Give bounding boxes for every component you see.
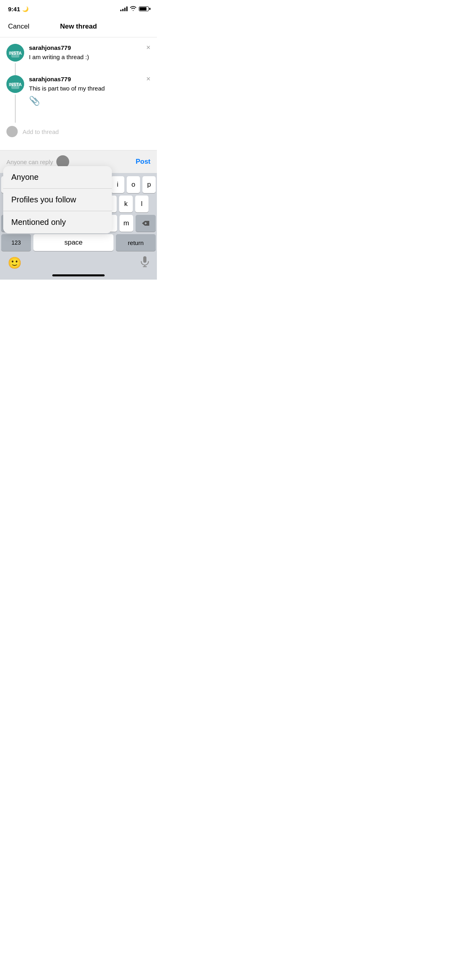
screen: 9:41 🌙 Cancel New thread	[0, 0, 157, 280]
key-l[interactable]: l	[135, 196, 148, 212]
key-m[interactable]: m	[119, 215, 133, 232]
keyboard-row-4: 123 space return	[1, 234, 156, 251]
cancel-button[interactable]: Cancel	[8, 23, 29, 31]
wifi-icon	[130, 6, 136, 12]
key-numbers[interactable]: 123	[1, 234, 31, 251]
keyboard-bottom: 🙂	[1, 253, 156, 271]
post1-username: sarahjonas779	[29, 44, 71, 51]
status-icons	[120, 6, 149, 12]
moon-icon: 🌙	[22, 6, 29, 12]
thread-post-1: INSTA sarahjonas779 × I am writing a thr…	[0, 44, 157, 75]
post1-close-button[interactable]: ×	[146, 44, 150, 51]
emoji-icon[interactable]: 🙂	[8, 256, 22, 270]
home-bar	[52, 274, 105, 276]
post1-left: INSTA	[6, 44, 24, 75]
dropdown-menu: Anyone Profiles you follow Mentioned onl…	[3, 166, 112, 233]
thread-area: INSTA sarahjonas779 × I am writing a thr…	[0, 37, 157, 150]
home-indicator	[1, 271, 156, 278]
avatar-2: INSTA	[6, 75, 24, 93]
dropdown-item-profiles-follow[interactable]: Profiles you follow	[3, 189, 112, 211]
page-title: New thread	[60, 23, 97, 31]
thread-line-2	[15, 95, 16, 123]
avatar-small	[6, 126, 18, 137]
key-delete[interactable]	[136, 215, 156, 232]
dropdown-item-mentioned-only[interactable]: Mentioned only	[3, 211, 112, 233]
post2-close-button[interactable]: ×	[146, 75, 150, 82]
post-button[interactable]: Post	[136, 158, 150, 166]
post2-right: sarahjonas779 × This is part two of my t…	[29, 75, 150, 123]
key-p[interactable]: p	[142, 176, 156, 193]
key-o[interactable]: o	[127, 176, 140, 193]
post2-left: INSTA	[6, 75, 24, 123]
post2-username: sarahjonas779	[29, 76, 71, 82]
status-time: 9:41	[8, 6, 20, 12]
svg-rect-5	[11, 82, 19, 89]
key-space[interactable]: space	[33, 234, 113, 251]
post1-header: sarahjonas779 ×	[29, 44, 150, 51]
anyone-can-reply-text: Anyone can reply	[6, 159, 53, 165]
status-bar: 9:41 🌙	[0, 0, 157, 18]
svg-rect-6	[143, 256, 146, 263]
key-i[interactable]: i	[111, 176, 124, 193]
avatar-1: INSTA	[6, 44, 24, 62]
content-area: INSTA sarahjonas779 × I am writing a thr…	[0, 37, 157, 173]
mic-icon[interactable]	[140, 256, 149, 270]
thread-post-2: INSTA sarahjonas779 × This is part two o…	[0, 75, 157, 123]
thread-line-1	[15, 63, 16, 75]
post2-header: sarahjonas779 ×	[29, 75, 150, 82]
post2-content: This is part two of my thread	[29, 84, 150, 93]
post1-right: sarahjonas779 × I am writing a thread :)	[29, 44, 150, 75]
dropdown-item-anyone[interactable]: Anyone	[3, 166, 112, 189]
post1-content: I am writing a thread :)	[29, 53, 150, 61]
key-k[interactable]: k	[119, 196, 132, 212]
attachment-icon[interactable]: 📎	[29, 96, 40, 106]
svg-rect-2	[11, 51, 19, 58]
battery-icon	[139, 6, 149, 11]
add-thread-row: Add to thread	[0, 123, 157, 144]
nav-bar: Cancel New thread	[0, 18, 157, 37]
key-return[interactable]: return	[116, 234, 156, 251]
attachment-row: 📎	[29, 93, 150, 109]
add-thread-placeholder[interactable]: Add to thread	[23, 128, 59, 135]
signal-icon	[120, 6, 128, 11]
